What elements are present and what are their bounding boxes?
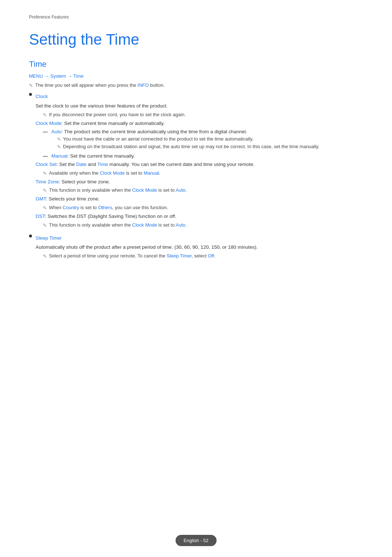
clock-mode-line: Clock Mode: Set the current time manuall… (36, 119, 363, 127)
pencil-icon-clockset: ✎ (43, 171, 47, 176)
info-note-text: The time you set will appear when you pr… (35, 82, 164, 88)
sleep-timer-description: Automatically shuts off the product afte… (36, 243, 363, 251)
info-highlight: INFO (138, 82, 149, 88)
sleep-timer-note: ✎ Select a period of time using your rem… (43, 253, 363, 259)
auto-text: : The product sets the current time auto… (61, 129, 247, 134)
pencil-icon-dst: ✎ (43, 223, 47, 228)
auto-dash-item: — Auto: The product sets the current tim… (43, 129, 363, 151)
clock-label: Clock (36, 93, 363, 101)
sleep-timer-content: Sleep Timer Automatically shuts off the … (36, 233, 363, 261)
auto-note2-text: Depending on the broadcast station and s… (63, 144, 320, 149)
manual-dash-content: Manual: Set the current time manually. (52, 153, 363, 159)
auto-dash-symbol: — (43, 129, 48, 134)
system-label: System (50, 73, 66, 79)
gmt-label: GMT (36, 196, 46, 202)
auto-note1-text: You must have the cable or an aerial con… (63, 136, 254, 142)
clock-mode-label: Clock Mode (36, 121, 61, 126)
info-note: ✎ The time you set will appear when you … (29, 82, 363, 88)
breadcrumb: Preference Features (29, 15, 363, 20)
auto-note-1: ✎ You must have the cable or an aerial c… (57, 136, 363, 142)
clock-set-label: Clock Set (36, 162, 57, 167)
section-title-time: Time (29, 60, 363, 69)
clock-description: Set the clock to use the various timer f… (36, 102, 363, 110)
page-footer: English - 52 (176, 535, 217, 546)
footer-label: English - 52 (184, 538, 209, 543)
dst-note: ✎ This function is only available when t… (43, 222, 363, 228)
clock-note-powercord: ✎ If you disconnect the power cord, you … (43, 112, 363, 118)
clock-set-note: ✎ Available only when the Clock Mode is … (43, 170, 363, 176)
clock-set-line: Clock Set: Set the Date and Time manuall… (36, 160, 363, 168)
clock-bullet-item: Clock Set the clock to use the various t… (29, 91, 363, 229)
gmt-note-text: When Country is set to Others, you can u… (49, 205, 168, 210)
bullet-dot-sleep (29, 235, 32, 237)
auto-note-2: ✎ Depending on the broadcast station and… (57, 144, 363, 150)
manual-dash-symbol: — (43, 153, 48, 159)
pencil-icon-clock: ✎ (43, 112, 47, 118)
menu-path: MENU → System → Time (29, 73, 363, 79)
manual-text: : Set the current time manually. (68, 153, 135, 159)
manual-label: Manual (52, 153, 68, 159)
time-zone-line: Time Zone: Select your time zone. (36, 178, 363, 186)
dst-line: DST: Switches the DST (Daylight Saving T… (36, 212, 363, 220)
gmt-line: GMT: Selects your time zone. (36, 195, 363, 203)
menu-label: MENU (29, 73, 43, 79)
auto-dash-content: Auto: The product sets the current time … (52, 129, 363, 151)
time-zone-note: ✎ This function is only available when t… (43, 187, 363, 193)
gmt-note: ✎ When Country is set to Others, you can… (43, 205, 363, 211)
pencil-icon-gmt: ✎ (43, 205, 47, 211)
page-title: Setting the Time (29, 31, 363, 49)
time-zone-label: Time Zone (36, 179, 59, 184)
pencil-icon-timezone: ✎ (43, 188, 47, 193)
pencil-icon-sleep: ✎ (43, 253, 47, 259)
auto-label: Auto (52, 129, 62, 134)
sleep-timer-note-text: Select a period of time using your remot… (49, 253, 215, 259)
pencil-icon-1: ✎ (29, 83, 33, 88)
time-zone-note-text: This function is only available when the… (49, 187, 187, 193)
pencil-icon-auto1: ✎ (57, 137, 61, 142)
sleep-timer-bullet-item: Sleep Timer Automatically shuts off the … (29, 233, 363, 261)
clock-note-powercord-text: If you disconnect the power cord, you ha… (49, 112, 186, 117)
clock-set-time: Time (97, 162, 108, 167)
pencil-icon-auto2: ✎ (57, 144, 61, 150)
main-bullet-list: Clock Set the clock to use the various t… (29, 91, 363, 260)
bullet-dot-clock (29, 93, 32, 96)
page-container: Preference Features Setting the Time Tim… (0, 0, 392, 293)
clock-set-date: Date (76, 162, 87, 167)
manual-dash-item: — Manual: Set the current time manually. (43, 153, 363, 159)
arrow1: → (43, 73, 50, 79)
sleep-timer-label: Sleep Timer (36, 234, 363, 242)
clock-bullet-content: Clock Set the clock to use the various t… (36, 91, 363, 229)
dst-note-text: This function is only available when the… (49, 222, 187, 228)
clock-mode-text: : Set the current time manually or autom… (61, 121, 164, 126)
dst-label: DST (36, 214, 45, 219)
time-label: Time (73, 73, 83, 79)
arrow2: → (66, 73, 73, 79)
clock-set-note-text: Available only when the Clock Mode is se… (49, 170, 160, 176)
